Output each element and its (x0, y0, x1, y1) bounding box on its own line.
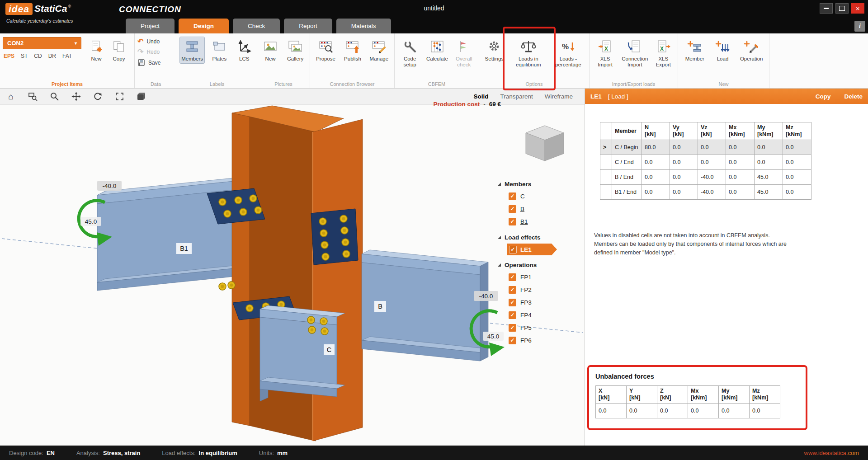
tree-item-fp6[interactable]: ✓ FP6 (498, 334, 575, 347)
xls-import-button[interactable]: X XLS Import (592, 37, 618, 69)
tree-item-fp3[interactable]: ✓ FP3 (498, 296, 575, 309)
calculate-button[interactable]: Calculate (424, 37, 450, 63)
type-st[interactable]: ST (21, 53, 28, 59)
cell-value[interactable]: 0.0 (755, 155, 783, 170)
checkbox-checked-icon[interactable]: ✓ (509, 218, 516, 225)
tree-group-members[interactable]: Members (498, 178, 575, 190)
xls-export-button[interactable]: X XLS Export (652, 37, 675, 69)
3d-scene[interactable]: -40.0 45.0 -40.0 45.0 B1 B C (0, 105, 585, 446)
delete-load-button[interactable]: Delete (844, 93, 863, 100)
solid-view-icon[interactable] (136, 91, 146, 102)
tree-group-load-effects[interactable]: Load effects (498, 231, 575, 243)
checkbox-checked-icon[interactable]: ✓ (509, 246, 517, 253)
view-mode-wireframe[interactable]: Wireframe (545, 93, 573, 100)
maximize-button[interactable] (835, 3, 849, 14)
checkbox-checked-icon[interactable]: ✓ (509, 299, 516, 306)
new-operation-button[interactable]: Operation (736, 37, 766, 63)
tree-item-fp1[interactable]: ✓ FP1 (498, 271, 575, 283)
loads-in-equilibrium-button[interactable]: Loads in equilibrium (509, 37, 547, 69)
checkbox-checked-icon[interactable]: ✓ (509, 205, 516, 213)
tree-item-fp4[interactable]: ✓ FP4 (498, 309, 575, 321)
cell-value[interactable]: 0.0 (670, 185, 698, 200)
cell-value[interactable]: 0.0 (670, 140, 698, 155)
table-row[interactable]: B / End 0.0 0.0 -40.0 0.0 45.0 0.0 (600, 170, 811, 185)
checkbox-checked-icon[interactable]: ✓ (509, 286, 516, 294)
new-member-button[interactable]: Member (681, 37, 709, 63)
copy-project-item-button[interactable]: Copy (111, 37, 127, 63)
minimize-button[interactable] (820, 3, 833, 14)
copy-load-button[interactable]: Copy (816, 93, 831, 100)
checkbox-checked-icon[interactable]: ✓ (509, 311, 516, 319)
project-item-select[interactable]: CON2 ▾ (3, 37, 81, 49)
cell-value[interactable]: -40.0 (698, 170, 726, 185)
cell-value[interactable]: 0.0 (783, 170, 811, 185)
publish-button[interactable]: Publish (340, 37, 365, 63)
tree-item-fp5[interactable]: ✓ FP5 (498, 321, 575, 334)
tree-group-operations[interactable]: Operations (498, 259, 575, 271)
cell-value[interactable]: 0.0 (642, 170, 670, 185)
cell-value[interactable]: 0.0 (698, 140, 726, 155)
connection-import-button[interactable]: Connection Import (620, 37, 650, 69)
tab-check[interactable]: Check (233, 19, 280, 33)
cell-value[interactable]: 0.0 (642, 185, 670, 200)
tree-item-member-b1[interactable]: ✓ B1 (498, 215, 575, 228)
gallery-button[interactable]: Gallery (283, 37, 307, 63)
cell-value[interactable]: 0.0 (726, 170, 755, 185)
labels-members-toggle[interactable]: Members (180, 37, 204, 63)
checkbox-checked-icon[interactable]: ✓ (509, 192, 516, 200)
website-link[interactable]: www.ideastatica.com (804, 450, 859, 456)
code-setup-button[interactable]: Code setup (397, 37, 422, 69)
cell-value[interactable]: 0.0 (670, 155, 698, 170)
home-view-icon[interactable]: ⌂ (5, 91, 16, 102)
undo-button[interactable]: ↶ Undo (137, 38, 160, 45)
checkbox-checked-icon[interactable]: ✓ (509, 337, 516, 344)
cell-value[interactable]: 45.0 (755, 170, 783, 185)
labels-plates-toggle[interactable]: Plates (207, 37, 231, 63)
cell-value[interactable]: 45.0 (755, 185, 783, 200)
cell-value[interactable]: 0.0 (783, 155, 811, 170)
zoom-window-icon[interactable] (27, 91, 38, 102)
zoom-icon[interactable] (49, 91, 60, 102)
cell-value[interactable]: -40.0 (698, 185, 726, 200)
info-button[interactable]: i (854, 21, 865, 32)
cell-value[interactable]: 0.0 (726, 140, 755, 155)
type-fat[interactable]: FAT (62, 53, 72, 59)
save-button[interactable]: Save (137, 59, 160, 66)
zoom-fit-icon[interactable] (114, 91, 125, 102)
checkbox-checked-icon[interactable]: ✓ (509, 273, 516, 281)
labels-lcs-toggle[interactable]: LCS (235, 37, 254, 63)
tab-project[interactable]: Project (126, 19, 175, 33)
cell-value[interactable]: 0.0 (783, 185, 811, 200)
tab-design[interactable]: Design (179, 19, 229, 33)
settings-button[interactable]: Settings (482, 37, 507, 63)
loads-percentage-button[interactable]: % Loads - percentage (550, 37, 586, 69)
close-button[interactable]: × (851, 3, 864, 14)
tree-item-fp2[interactable]: ✓ FP2 (498, 283, 575, 296)
tab-report[interactable]: Report (284, 19, 332, 33)
manage-button[interactable]: Manage (367, 37, 392, 63)
table-row[interactable]: C / End 0.0 0.0 0.0 0.0 0.0 0.0 (600, 155, 811, 170)
pan-icon[interactable] (71, 91, 81, 102)
cell-value[interactable]: 0.0 (670, 170, 698, 185)
cell-value[interactable]: 0.0 (726, 185, 755, 200)
end-plate[interactable] (311, 209, 358, 265)
cell-value[interactable]: 0.0 (755, 140, 783, 155)
checkbox-checked-icon[interactable]: ✓ (509, 324, 516, 332)
table-row[interactable]: B1 / End 0.0 0.0 -40.0 0.0 45.0 0.0 (600, 185, 811, 200)
type-cd[interactable]: CD (34, 53, 42, 59)
cell-value[interactable]: 0.0 (642, 155, 670, 170)
cell-value[interactable]: 80.0 (642, 140, 670, 155)
new-project-item-button[interactable]: New (89, 37, 104, 63)
navigation-cube[interactable] (526, 126, 564, 161)
type-eps[interactable]: EPS (4, 53, 14, 59)
new-load-button[interactable]: Load (712, 37, 734, 63)
tree-item-member-c[interactable]: ✓ C (498, 190, 575, 202)
tree-item-le1-selected[interactable]: ✓ LE1 (507, 244, 557, 255)
type-dr[interactable]: DR (48, 53, 56, 59)
rotate-icon[interactable] (92, 91, 103, 102)
cell-value[interactable]: 0.0 (783, 140, 811, 155)
table-row[interactable]: > C / Begin 80.0 0.0 0.0 0.0 0.0 0.0 (600, 140, 811, 155)
view-mode-transparent[interactable]: Transparent (500, 93, 533, 100)
tree-item-member-b[interactable]: ✓ B (498, 202, 575, 215)
view-mode-solid[interactable]: Solid (473, 93, 488, 100)
